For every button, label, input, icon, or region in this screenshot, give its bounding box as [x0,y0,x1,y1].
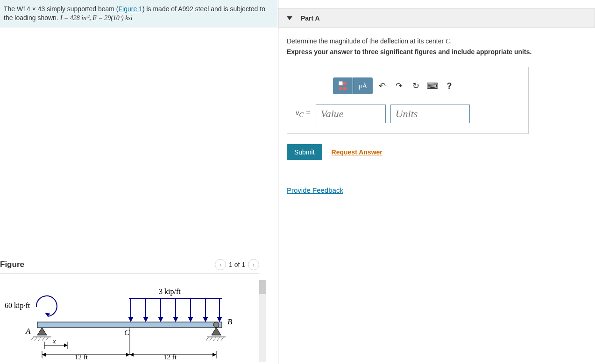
figure-title: Figure [0,260,24,269]
svg-marker-9 [212,328,221,335]
svg-line-12 [210,337,212,341]
submit-button[interactable]: Submit [287,144,322,160]
instruction-text: Express your answer to three significant… [287,48,587,56]
svg-rect-48 [343,87,347,90]
svg-rect-0 [37,322,222,328]
figure-link[interactable]: Figure 1 [119,5,142,13]
svg-marker-31 [218,317,221,321]
question-text: Determine the magnitude of the deflectio… [287,37,587,45]
point-b-label: B [227,317,233,326]
svg-line-7 [46,337,49,341]
point-a-label: A [25,327,31,336]
svg-marker-43 [212,353,216,357]
svg-line-5 [38,337,41,341]
svg-line-3 [31,337,34,341]
svg-marker-42 [130,353,134,357]
svg-marker-23 [159,317,163,321]
svg-rect-47 [339,87,342,90]
svg-line-4 [35,337,37,341]
beam-diagram: 60 kip·ft 3 kip/ft A B C x 12 ft [0,280,252,362]
request-answer-link[interactable]: Request Answer [332,148,382,156]
point-c-label: C [124,328,130,337]
span1-label: 12 ft [75,353,88,361]
value-input[interactable] [316,105,386,123]
figure-pager: ‹ 1 of 1 › [215,259,259,270]
problem-equation: I = 428 in⁴, E = 29(10³) ksi [60,14,133,21]
svg-marker-29 [204,317,207,321]
span2-label: 12 ft [163,353,177,361]
template-button[interactable] [333,77,353,94]
moment-label: 60 kip·ft [5,301,30,310]
svg-marker-39 [126,353,130,357]
variable-label: vC = [296,108,311,119]
svg-marker-38 [42,353,46,357]
svg-rect-46 [343,82,347,85]
svg-point-8 [213,322,219,328]
svg-marker-34 [64,343,68,347]
keyboard-button[interactable]: ⌨ [425,77,440,94]
action-row: Submit Request Answer [287,144,587,160]
problem-text-a: The W14 × 43 simply supported beam ( [4,5,119,13]
collapse-icon [287,16,292,20]
svg-marker-1 [37,328,47,335]
answer-box: μÅ ↶ ↷ ↻ ⌨ ? vC = [287,67,529,134]
reset-button[interactable]: ↻ [408,77,423,94]
answer-input-row: vC = [296,105,520,123]
x-label: x [52,337,56,345]
svg-line-11 [206,337,209,341]
figure-prev-button[interactable]: ‹ [215,259,226,270]
equation-toolbar: μÅ ↶ ↷ ↻ ⌨ ? [296,77,520,94]
svg-marker-19 [129,317,133,321]
svg-marker-25 [174,317,177,321]
redo-button[interactable]: ↷ [391,77,406,94]
svg-rect-45 [339,82,342,85]
part-a-header[interactable]: Part A [278,8,595,28]
fraction-template-icon [338,81,348,91]
figure-pager-label: 1 of 1 [229,261,245,268]
figure-header: Figure ‹ 1 of 1 › [0,259,259,273]
svg-line-15 [221,337,224,341]
problem-statement: The W14 × 43 simply supported beam (Figu… [0,0,278,28]
load-label: 3 kip/ft [159,287,181,296]
svg-marker-21 [144,317,148,321]
svg-marker-27 [189,317,192,321]
figure-scrollbar-thumb[interactable] [259,280,266,294]
help-button[interactable]: ? [442,77,457,94]
provide-feedback-link[interactable]: Provide Feedback [287,186,343,194]
svg-line-6 [42,337,45,341]
figure-next-button[interactable]: › [248,259,259,270]
svg-line-13 [213,337,216,341]
greek-symbols-button[interactable]: μÅ [353,77,373,94]
svg-line-14 [217,337,220,341]
units-input[interactable] [390,105,470,123]
part-title: Part A [301,14,320,22]
undo-button[interactable]: ↶ [375,77,390,94]
